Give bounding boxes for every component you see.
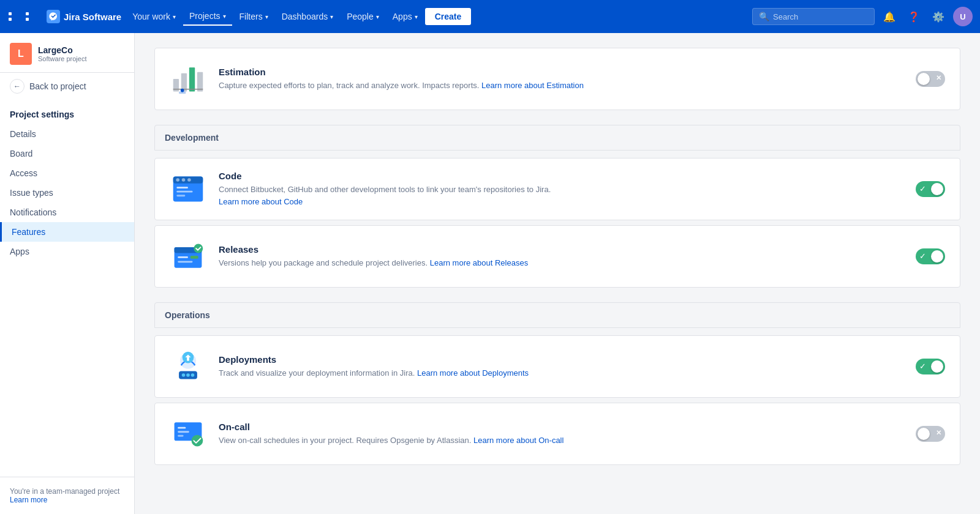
svg-point-32	[192, 435, 203, 447]
svg-rect-11	[176, 195, 185, 196]
releases-learn-more-link[interactable]: Learn more about Releases	[430, 258, 528, 267]
releases-toggle[interactable]: ✓	[916, 248, 945, 264]
nav-dashboards[interactable]: Dashboards ▾	[276, 8, 340, 25]
svg-point-27	[191, 373, 195, 377]
development-section: Development Code	[154, 125, 960, 288]
nav-filters[interactable]: Filters ▾	[233, 8, 274, 25]
deployments-name: Deployments	[219, 354, 903, 365]
back-to-project[interactable]: ← Back to project	[0, 73, 134, 100]
nav-links: Your work ▾ Projects ▾ Filters ▾ Dashboa…	[126, 7, 747, 26]
svg-rect-2	[189, 67, 195, 91]
nav-people[interactable]: People ▾	[341, 8, 385, 25]
deployments-learn-more-link[interactable]: Learn more about Deployments	[417, 368, 529, 378]
development-section-title: Development	[154, 125, 960, 151]
operations-section: Operations Deploy	[154, 302, 960, 465]
svg-rect-17	[178, 256, 188, 258]
deployments-card: Deployments Track and visualize your dep…	[154, 335, 960, 398]
svg-rect-18	[178, 261, 192, 263]
sidebar-project: L LargeCo Software project	[0, 33, 134, 73]
svg-rect-10	[176, 191, 192, 193]
sidebar: L LargeCo Software project ← Back to pro…	[0, 33, 135, 514]
releases-name: Releases	[219, 244, 903, 255]
estimation-toggle-thumb	[918, 73, 930, 85]
svg-rect-19	[190, 256, 198, 259]
search-box[interactable]: 🔍 Search	[752, 8, 875, 25]
code-learn-more-link[interactable]: Learn more about Code	[219, 197, 303, 206]
sidebar-item-access[interactable]: Access	[0, 163, 134, 183]
sidebar-item-board[interactable]: Board	[0, 144, 134, 163]
oncall-learn-more-link[interactable]: Learn more about On-call	[473, 436, 564, 445]
deployments-toggle[interactable]: ✓	[916, 359, 945, 374]
estimation-icon-wrap	[170, 61, 206, 97]
code-name: Code	[219, 171, 903, 181]
back-arrow-icon: ←	[10, 79, 24, 94]
code-toggle-track: ✓	[916, 181, 945, 197]
user-avatar[interactable]: U	[953, 7, 973, 26]
releases-toggle-track: ✓	[916, 248, 945, 264]
oncall-toggle-thumb	[918, 428, 930, 440]
sidebar-nav: Details Board Access Issue types Notific…	[0, 124, 134, 261]
oncall-toggle-track: ✕	[916, 426, 945, 442]
project-icon: L	[10, 43, 32, 65]
releases-icon-wrap	[170, 238, 206, 275]
app-name: Jira Software	[64, 12, 121, 22]
svg-point-20	[194, 244, 203, 253]
svg-rect-9	[176, 187, 188, 188]
svg-rect-3	[197, 72, 203, 92]
estimation-learn-more-link[interactable]: Learn more about Estimation	[481, 81, 584, 90]
releases-toggle-thumb	[931, 250, 943, 263]
settings-button[interactable]: ⚙️	[929, 7, 948, 26]
sidebar-section-title: Project settings	[0, 100, 134, 124]
code-text: Code Connect Bitbucket, GitHub and other…	[219, 171, 903, 207]
app-layout: L LargeCo Software project ← Back to pro…	[0, 33, 980, 514]
releases-card: Releases Versions help you package and s…	[154, 225, 960, 288]
deployments-toggle-track: ✓	[916, 359, 945, 374]
project-info: LargeCo Software project	[38, 45, 86, 62]
create-button[interactable]: Create	[425, 8, 472, 25]
code-toggle-thumb	[931, 183, 943, 195]
deployments-toggle-thumb	[931, 360, 943, 373]
code-icon-wrap	[170, 171, 206, 207]
sidebar-item-features[interactable]: Features	[0, 222, 134, 242]
oncall-desc: View on-call schedules in your project. …	[219, 434, 903, 447]
svg-rect-30	[178, 431, 189, 433]
svg-rect-23	[187, 356, 189, 360]
oncall-text: On-call View on-call schedules in your p…	[219, 422, 903, 447]
chevron-down-icon: ▾	[415, 13, 418, 20]
search-placeholder: Search	[773, 12, 798, 21]
estimation-name: Estimation	[219, 67, 903, 77]
deployments-text: Deployments Track and visualize your dep…	[219, 354, 903, 379]
help-button[interactable]: ❓	[904, 7, 924, 26]
app-logo[interactable]: Jira Software	[47, 10, 121, 23]
nav-your-work[interactable]: Your work ▾	[126, 8, 182, 25]
chevron-down-icon: ▾	[223, 13, 226, 20]
svg-rect-6	[179, 92, 186, 94]
code-card: Code Connect Bitbucket, GitHub and other…	[154, 158, 960, 220]
grid-icon[interactable]	[7, 11, 42, 22]
chevron-down-icon: ▾	[330, 13, 333, 20]
sidebar-learn-more[interactable]: Learn more	[10, 496, 47, 504]
notifications-button[interactable]: 🔔	[880, 7, 899, 26]
sidebar-item-issue-types[interactable]: Issue types	[0, 183, 134, 203]
main-content: Estimation Capture expected efforts to p…	[135, 33, 980, 514]
svg-rect-29	[178, 427, 186, 429]
sidebar-item-notifications[interactable]: Notifications	[0, 203, 134, 222]
svg-point-25	[182, 373, 186, 377]
estimation-toggle-track: ✕	[916, 71, 945, 87]
sidebar-item-apps[interactable]: Apps	[0, 242, 134, 261]
svg-point-26	[186, 373, 190, 377]
estimation-toggle[interactable]: ✕	[916, 71, 945, 87]
operations-section-title: Operations	[154, 302, 960, 328]
nav-apps[interactable]: Apps ▾	[386, 8, 424, 25]
svg-point-14	[187, 178, 191, 182]
svg-rect-31	[178, 435, 183, 437]
project-type: Software project	[38, 55, 86, 62]
code-toggle[interactable]: ✓	[916, 181, 945, 197]
chevron-down-icon: ▾	[376, 13, 379, 20]
nav-projects[interactable]: Projects ▾	[183, 7, 232, 26]
sidebar-item-details[interactable]: Details	[0, 124, 134, 144]
oncall-toggle[interactable]: ✕	[916, 426, 945, 442]
estimation-text: Estimation Capture expected efforts to p…	[219, 67, 903, 92]
top-navigation: Jira Software Your work ▾ Projects ▾ Fil…	[0, 0, 980, 33]
sidebar-footer: You're in a team-managed project Learn m…	[0, 477, 134, 514]
